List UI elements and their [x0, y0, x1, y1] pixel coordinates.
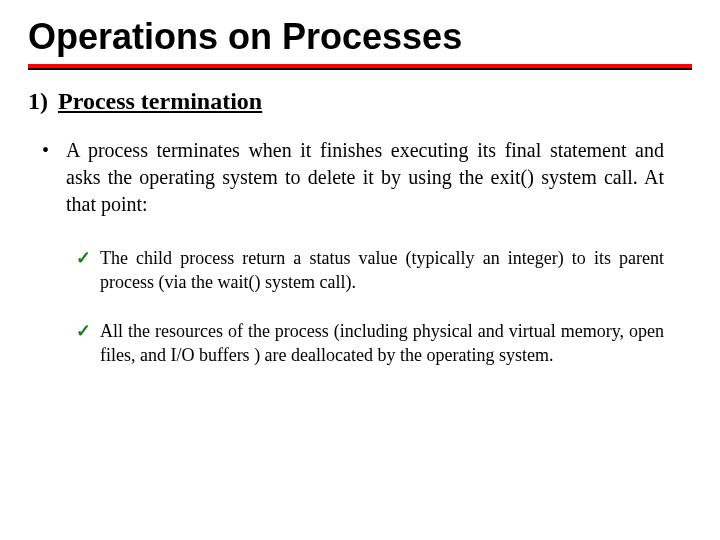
- check-text-1: The child process return a status value …: [100, 246, 664, 295]
- section-heading-row: 1) Process termination: [28, 88, 692, 115]
- bullet-text: A process terminates when it finishes ex…: [66, 137, 664, 218]
- bullet-item: • A process terminates when it finishes …: [42, 137, 664, 218]
- check-item-1: ✓ The child process return a status valu…: [76, 246, 664, 295]
- check-item-2: ✓ All the resources of the process (incl…: [76, 319, 664, 368]
- section-heading: Process termination: [58, 88, 262, 115]
- check-icon: ✓: [76, 319, 92, 368]
- section-number: 1): [28, 88, 48, 115]
- slide-title: Operations on Processes: [28, 16, 692, 58]
- check-text-2: All the resources of the process (includ…: [100, 319, 664, 368]
- bullet-icon: •: [42, 137, 56, 218]
- black-divider: [28, 68, 692, 70]
- check-icon: ✓: [76, 246, 92, 295]
